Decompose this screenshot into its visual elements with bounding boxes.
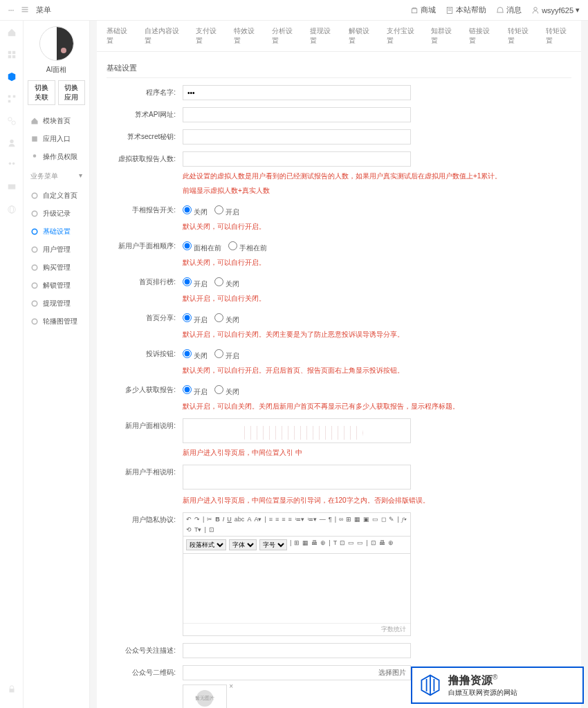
apps-icon[interactable] — [7, 50, 17, 59]
select-image-button-1[interactable]: 选择图片 — [378, 668, 406, 678]
menu-label[interactable]: 菜单 — [36, 5, 51, 15]
switch-app-button[interactable]: 切换应用 — [58, 80, 86, 105]
svg-rect-3 — [412, 8, 417, 12]
switch-assoc-button[interactable]: 切换关联 — [28, 80, 55, 105]
tab-group[interactable]: 知群设置 — [431, 26, 457, 46]
share-off[interactable]: 关闭 — [214, 313, 239, 325]
svg-rect-24 — [32, 136, 37, 142]
order-face-first[interactable]: 面相在前 — [183, 241, 221, 253]
link-icon[interactable] — [7, 116, 17, 126]
display-icon[interactable] — [7, 183, 17, 192]
user-menu[interactable]: wsyyf625 ▾ — [531, 6, 580, 15]
cube-icon[interactable] — [7, 72, 17, 82]
tab-pay[interactable]: 支付设置 — [196, 26, 221, 46]
svg-point-25 — [33, 154, 37, 158]
qr-icon[interactable] — [7, 94, 17, 104]
count-on[interactable]: 开启 — [183, 385, 208, 397]
svg-point-29 — [32, 247, 37, 252]
mall-link[interactable]: 商城 — [410, 5, 436, 15]
svg-rect-13 — [12, 95, 15, 98]
menu-icon[interactable] — [21, 6, 29, 15]
svg-rect-0 — [22, 7, 28, 8]
avatar — [39, 26, 74, 61]
svg-rect-9 — [12, 51, 15, 54]
tab-matrix1[interactable]: 转矩设置 — [508, 26, 533, 46]
svg-rect-11 — [12, 55, 15, 58]
sidebar-item-basic-settings[interactable]: 基础设置 — [28, 223, 85, 241]
svg-rect-14 — [8, 100, 10, 103]
api-url-input[interactable] — [183, 107, 411, 122]
order-hand-first[interactable]: 手相在前 — [228, 241, 267, 253]
tab-alipay[interactable]: 支付宝设置 — [387, 26, 419, 46]
user-icon[interactable] — [7, 138, 17, 148]
svg-point-19 — [12, 162, 15, 165]
svg-rect-23 — [9, 689, 14, 692]
sidebar-item-upgrade-log[interactable]: 升级记录 — [28, 205, 85, 223]
tab-analysis[interactable]: 分析设置 — [272, 26, 297, 46]
msg-link[interactable]: 消息 — [496, 5, 522, 15]
sidebar-item-unlock[interactable]: 解锁管理 — [28, 277, 85, 295]
editor-font-select[interactable]: 字体 — [229, 539, 257, 550]
svg-rect-20 — [8, 185, 15, 189]
sidebar-item-module-home[interactable]: 模块首页 — [28, 112, 85, 130]
follow-desc-input[interactable] — [183, 643, 411, 658]
svg-point-21 — [8, 206, 15, 214]
secret-input[interactable] — [183, 129, 411, 145]
rank-off[interactable]: 关闭 — [214, 277, 239, 289]
lock-icon[interactable] — [7, 684, 17, 694]
watermark-logo-icon — [418, 673, 443, 698]
editor-style-select[interactable]: 段落样式 — [186, 539, 226, 550]
hand-report-off[interactable]: 关闭 — [183, 205, 208, 217]
editor-size-select[interactable]: 字号 — [259, 539, 287, 550]
sidebar-item-app-entry[interactable]: 应用入口 — [28, 130, 85, 148]
settings-tabs: 基础设置 自述内容设置 支付设置 特效设置 分析设置 提现设置 解锁设置 支付宝… — [97, 21, 581, 52]
hand-desc-textarea[interactable] — [183, 465, 411, 490]
privacy-editor[interactable]: ↶↷|✂BIUabcAA▾|≡≡≡≡≔▾≔▾—¶|∞⊞▦▣▭◻✎|𝑓▾⟲T▾|⊡… — [183, 512, 411, 636]
sidebar: AI面相 切换关联 切换应用 模块首页 应用入口 操作员权限 业务菜单▾ 自定义… — [24, 21, 90, 708]
rank-on[interactable]: 开启 — [183, 277, 208, 289]
virtual-count-input[interactable] — [183, 151, 411, 167]
sidebar-item-operator[interactable]: 操作员权限 — [28, 148, 85, 166]
count-off[interactable]: 关闭 — [214, 385, 239, 397]
tab-effect[interactable]: 特效设置 — [234, 26, 259, 46]
svg-rect-8 — [8, 51, 10, 54]
share-on[interactable]: 开启 — [183, 313, 208, 325]
tab-selfdesc[interactable]: 自述内容设置 — [145, 26, 183, 46]
svg-point-33 — [32, 319, 37, 324]
hand-report-on[interactable]: 开启 — [214, 205, 239, 217]
svg-point-30 — [32, 265, 37, 270]
svg-point-31 — [32, 283, 37, 288]
svg-point-32 — [32, 301, 37, 306]
sidebar-item-user-mgmt[interactable]: 用户管理 — [28, 241, 85, 259]
tab-matrix2[interactable]: 转矩设置 — [546, 26, 571, 46]
complaint-on[interactable]: 开启 — [214, 349, 239, 361]
home-icon[interactable] — [7, 28, 17, 37]
sidebar-item-carousel[interactable]: 轮播图管理 — [28, 313, 85, 330]
nav-rail — [0, 21, 24, 708]
svg-point-7 — [534, 7, 538, 10]
tab-unlock[interactable]: 解锁设置 — [349, 26, 374, 46]
svg-rect-12 — [8, 95, 10, 98]
users-icon[interactable] — [7, 160, 17, 170]
svg-point-22 — [10, 206, 13, 214]
svg-rect-1 — [22, 9, 28, 10]
svg-point-15 — [8, 118, 11, 121]
program-name-input[interactable] — [183, 85, 411, 100]
complaint-off[interactable]: 关闭 — [183, 349, 208, 361]
help-link[interactable]: 本站帮助 — [445, 5, 486, 15]
sidebar-item-custom-home[interactable]: 自定义首页 — [28, 187, 85, 205]
tab-basic[interactable]: 基础设置 — [107, 26, 132, 46]
sidebar-item-purchase[interactable]: 购买管理 — [28, 259, 85, 277]
svg-point-16 — [12, 121, 15, 124]
qr1-preview[interactable] — [183, 684, 227, 708]
sidebar-item-withdraw[interactable]: 提现管理 — [28, 295, 85, 313]
svg-point-26 — [32, 193, 37, 198]
face-desc-textarea[interactable] — [183, 418, 411, 443]
globe-icon[interactable] — [7, 205, 17, 214]
panel-title: 基础设置 — [107, 59, 571, 78]
app-title: AI面相 — [28, 65, 85, 75]
tab-withdraw[interactable]: 提现设置 — [310, 26, 336, 46]
editor-toolbar[interactable]: ↶↷|✂BIUabcAA▾|≡≡≡≡≔▾≔▾—¶|∞⊞▦▣▭◻✎|𝑓▾⟲T▾|⊡ — [183, 513, 410, 537]
biz-section-label: 业务菜单▾ — [28, 166, 85, 187]
tab-link[interactable]: 链接设置 — [469, 26, 495, 46]
